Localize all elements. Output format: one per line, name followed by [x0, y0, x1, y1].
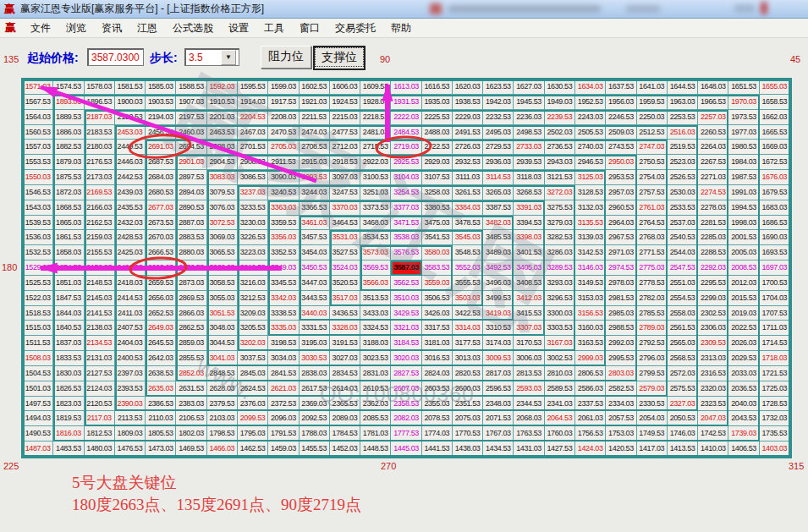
- menu-item-formula-stockpick[interactable]: 公式选股: [165, 19, 221, 37]
- grid-cell: 2761.03: [637, 200, 668, 216]
- grid-cell: 2127.53: [85, 366, 115, 381]
- grid-cell: 2162.53: [85, 216, 115, 231]
- grid-cell: 3020.03: [391, 351, 421, 366]
- grid-cell: 1910.53: [207, 95, 238, 110]
- grid-cell: 3174.03: [483, 336, 514, 351]
- menu-item-news[interactable]: 资讯: [94, 19, 129, 37]
- grid-cell: 2306.03: [698, 321, 728, 336]
- grid-cell: 3541.53: [422, 230, 453, 245]
- grid-cell: 2239.53: [545, 110, 575, 125]
- grid-cell: 2712.03: [330, 140, 360, 155]
- grid-cell: 1749.53: [637, 426, 668, 442]
- grid-cell: 3559.03: [422, 276, 453, 291]
- support-button[interactable]: 支撑位: [313, 46, 366, 70]
- grid-cell: 2043.53: [728, 411, 759, 426]
- menu-item-tools[interactable]: 工具: [256, 19, 292, 37]
- grid-cell: 3555.53: [453, 276, 483, 291]
- chevron-down-icon[interactable]: ▼: [221, 50, 236, 65]
- grid-cell: 3321.03: [391, 321, 421, 336]
- grid-cell: 2785.53: [637, 306, 668, 321]
- step-select[interactable]: 3.5 ▼: [184, 48, 239, 66]
- grid-cell: 3205.53: [238, 321, 268, 336]
- menu-item-window[interactable]: 窗口: [292, 19, 327, 37]
- grid-cell: 2337.53: [575, 397, 606, 412]
- menu-item-settings[interactable]: 设置: [221, 19, 256, 37]
- grid-cell: 2887.03: [176, 216, 206, 231]
- grid-cell: 2715.53: [360, 140, 391, 155]
- grid-cell: 2582.53: [606, 381, 636, 397]
- grid-cell: 2120.53: [85, 397, 115, 412]
- grid-cell: 1977.03: [728, 125, 759, 140]
- grid-cell: 3209.03: [238, 306, 268, 321]
- grid-cell: 1987.53: [728, 170, 759, 185]
- grid-cell: 1742.53: [698, 426, 728, 442]
- grid-cell: 2572.03: [668, 366, 698, 381]
- toolbar: 起始价格: 3587.0300 步长: 3.5 ▼ 阻力位 支撑位: [0, 38, 808, 76]
- grid-cell: 1434.53: [483, 442, 514, 457]
- grid-cell: 3349.03: [268, 261, 299, 276]
- grid-cell: 1588.53: [176, 80, 206, 95]
- grid-cell: 3181.03: [422, 336, 453, 351]
- menu-item-browse[interactable]: 浏览: [58, 19, 94, 37]
- grid-cell: 2376.03: [238, 397, 268, 412]
- grid-cell: 2215.03: [330, 110, 360, 125]
- menu-item-gann[interactable]: 江恩: [129, 19, 165, 37]
- grid-cell: 1889.53: [53, 110, 84, 125]
- grid-cell: 3373.53: [360, 200, 391, 216]
- resistance-button[interactable]: 阻力位: [261, 46, 311, 69]
- grid-cell: 1413.53: [668, 442, 698, 457]
- grid-cell: 2673.53: [146, 216, 176, 231]
- menu-item-help[interactable]: 帮助: [383, 19, 419, 37]
- grid-cell: 3030.53: [300, 351, 330, 366]
- menu-item-file[interactable]: 文件: [23, 19, 58, 37]
- grid-cell: 2001.53: [728, 230, 759, 245]
- grid-cell: 2197.53: [176, 110, 206, 125]
- grid-cell: 3562.53: [391, 276, 421, 291]
- grid-cell: 2390.03: [115, 397, 146, 412]
- grid-cell: 1830.03: [53, 366, 84, 381]
- grid-cell: 1875.53: [53, 170, 84, 185]
- grid-cell: 1665.53: [760, 125, 790, 140]
- start-price-input[interactable]: 3587.0300: [87, 48, 144, 66]
- grid-cell: 2442.53: [115, 170, 146, 185]
- grid-cell: 2540.53: [668, 230, 698, 245]
- grid-cell: 2141.53: [85, 306, 115, 321]
- grid-cell: 3538.03: [391, 230, 421, 245]
- grid-cell: 2082.03: [391, 411, 421, 426]
- grid-cell: 2901.03: [176, 155, 206, 170]
- grid-cell: 2981.53: [606, 291, 636, 306]
- grid-cell: 3184.53: [391, 336, 421, 351]
- grid-cell: 1480.03: [85, 442, 115, 457]
- grid-cell: 3552.03: [453, 261, 483, 276]
- menu-item-trade[interactable]: 交易委托: [327, 19, 383, 37]
- grid-cell: 2183.53: [85, 125, 115, 140]
- grid-cell: 1424.03: [575, 442, 606, 457]
- grid-cell: 1557.03: [23, 140, 53, 155]
- grid-cell: 2747.03: [637, 140, 668, 155]
- grid-cell: 3044.53: [207, 336, 238, 351]
- grid-cell: 3226.53: [238, 230, 268, 245]
- grid-cell: 1532.53: [23, 245, 53, 261]
- grid-cell: 2369.03: [300, 397, 330, 412]
- grid-cell: 1476.53: [115, 442, 146, 457]
- grid-cell: 3307.03: [514, 321, 544, 336]
- grid-cell: 2778.53: [637, 276, 668, 291]
- grid-cell: 2922.03: [360, 155, 391, 170]
- grid-cell: 1403.03: [760, 442, 790, 457]
- grid-cell: 1767.03: [483, 426, 514, 442]
- grid-cell: 2064.53: [545, 411, 575, 426]
- grid-cell: 2362.03: [360, 397, 391, 412]
- grid-cell: 2925.53: [391, 155, 421, 170]
- grid-cell: 1959.53: [637, 95, 668, 110]
- angle-label-45: 45: [790, 54, 800, 64]
- grid-cell: 1455.53: [300, 442, 330, 457]
- grid-cell: 2225.53: [422, 110, 453, 125]
- grid-cell: 1508.03: [23, 351, 53, 366]
- grid-cell: 3104.03: [391, 170, 421, 185]
- grid-cell: 2904.53: [207, 155, 238, 170]
- grid-cell: 3146.03: [575, 261, 606, 276]
- grid-cell: 2138.03: [85, 321, 115, 336]
- grid-cell: 2873.03: [176, 276, 206, 291]
- grid-cell: 3415.53: [514, 306, 544, 321]
- grid-cell: 1907.03: [176, 95, 206, 110]
